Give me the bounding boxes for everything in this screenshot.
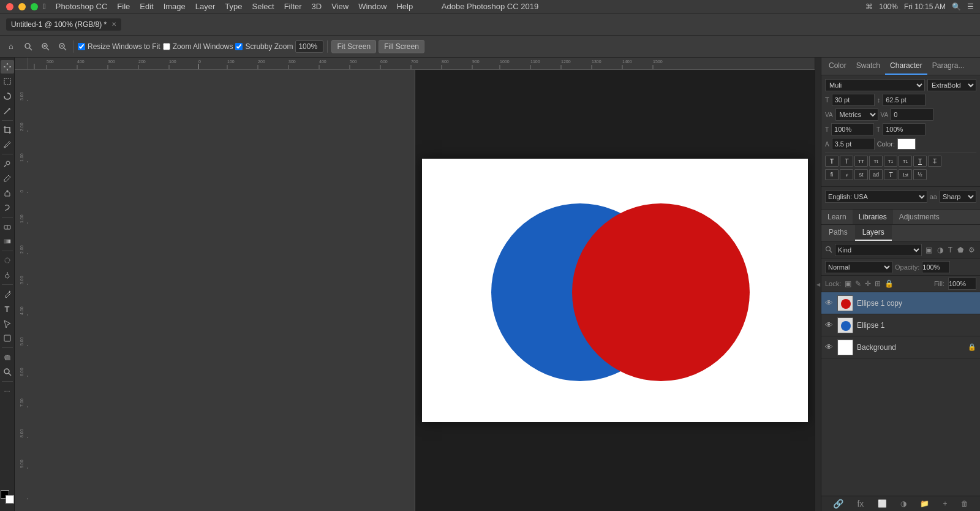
- superscript-btn[interactable]: T1: [884, 156, 897, 167]
- link-layers-btn[interactable]: 🔗: [833, 499, 843, 509]
- zoom-out-btn[interactable]: [55, 39, 70, 54]
- bold-btn[interactable]: T: [825, 156, 839, 167]
- font-weight-select[interactable]: ExtraBold: [927, 79, 976, 91]
- tab-character[interactable]: Character: [885, 58, 927, 75]
- notification-icon[interactable]: ☰: [967, 2, 974, 11]
- kerning-input[interactable]: [891, 108, 933, 121]
- zoom-value-input[interactable]: [295, 40, 323, 53]
- tool-history-brush[interactable]: [1, 201, 14, 214]
- group-layers-btn[interactable]: 📁: [920, 499, 929, 508]
- scale-v-input[interactable]: [883, 123, 925, 135]
- menu-edit[interactable]: Edit: [140, 2, 153, 11]
- tool-spot-heal[interactable]: [1, 157, 14, 170]
- tab-paragraph[interactable]: Paragra...: [927, 58, 970, 75]
- fit-screen-btn[interactable]: Fit Screen: [331, 40, 376, 53]
- tool-hand[interactable]: [1, 350, 14, 364]
- menu-filter[interactable]: Filter: [284, 2, 302, 11]
- tool-gradient[interactable]: [1, 235, 14, 248]
- tool-brush[interactable]: [1, 172, 14, 185]
- tool-clone-stamp[interactable]: [1, 186, 14, 200]
- language-select[interactable]: English: USA: [825, 191, 927, 203]
- menu-photoshop[interactable]: Photoshop CC: [56, 2, 108, 11]
- tab-color[interactable]: Color: [824, 58, 851, 75]
- tool-more[interactable]: ···: [1, 384, 14, 398]
- discretionary-ligature-btn[interactable]: ad: [869, 169, 883, 180]
- color-swatches[interactable]: [1, 490, 14, 504]
- baseline-input[interactable]: [832, 138, 875, 150]
- tool-eraser[interactable]: [1, 220, 14, 233]
- italic-btn[interactable]: T: [840, 156, 853, 167]
- all-caps-btn[interactable]: TT: [854, 156, 868, 167]
- tool-path-select[interactable]: [1, 317, 14, 330]
- menu-file[interactable]: File: [117, 2, 130, 11]
- opacity-input[interactable]: [922, 261, 950, 273]
- tool-type[interactable]: T: [1, 302, 14, 316]
- scrubby-zoom-input[interactable]: [235, 43, 243, 50]
- lock-all-icon[interactable]: 🔒: [884, 279, 894, 288]
- filter-smart-icon[interactable]: ⚙: [967, 246, 976, 254]
- tool-zoom[interactable]: [1, 365, 14, 379]
- tool-shape[interactable]: [1, 331, 14, 345]
- new-layer-btn[interactable]: +: [943, 499, 948, 508]
- layer-item-ellipse[interactable]: 👁 Ellipse 1: [821, 314, 980, 336]
- leading-input[interactable]: [883, 94, 925, 106]
- traffic-green[interactable]: [31, 3, 38, 10]
- font-size-input[interactable]: [832, 94, 875, 106]
- layer-kind-select[interactable]: Kind: [835, 244, 922, 256]
- lock-artboard-icon[interactable]: ⊞: [875, 279, 881, 288]
- layer-item-ellipse-copy[interactable]: 👁 Ellipse 1 copy: [821, 292, 980, 314]
- anti-alias-select[interactable]: Sharp: [940, 191, 976, 203]
- tool-pen[interactable]: [1, 287, 14, 301]
- tool-lasso[interactable]: [1, 89, 14, 103]
- contextual-alt-btn[interactable]: st: [854, 169, 868, 180]
- tab-libraries[interactable]: Libraries: [853, 210, 893, 224]
- scale-h-input[interactable]: [831, 123, 874, 135]
- menu-help[interactable]: Help: [396, 2, 413, 11]
- background-color[interactable]: [6, 495, 14, 504]
- tab-swatch[interactable]: Swatch: [851, 58, 885, 75]
- strikethrough-btn[interactable]: T: [928, 156, 941, 167]
- menu-window[interactable]: Window: [358, 2, 386, 11]
- tab-close[interactable]: ✕: [111, 21, 116, 28]
- canvas-container[interactable]: [415, 70, 815, 511]
- layer-eye-background[interactable]: 👁: [825, 343, 834, 352]
- subscript-btn[interactable]: T1: [899, 156, 912, 167]
- tab-paths[interactable]: Paths: [821, 225, 855, 241]
- menu-select[interactable]: Select: [252, 2, 274, 11]
- layer-eye-ellipse[interactable]: 👁: [825, 320, 834, 330]
- tab-layers[interactable]: Layers: [855, 225, 892, 241]
- delete-layer-btn[interactable]: 🗑: [961, 499, 968, 508]
- tool-magic-wand[interactable]: [1, 104, 14, 118]
- filter-pixel-icon[interactable]: ▣: [924, 246, 933, 254]
- home-btn[interactable]: ⌂: [4, 39, 18, 54]
- lock-position-icon[interactable]: ✎: [855, 279, 861, 288]
- menu-view[interactable]: View: [331, 2, 349, 11]
- lock-pixels-icon[interactable]: ▣: [845, 279, 851, 288]
- tab-learn[interactable]: Learn: [821, 210, 853, 224]
- traffic-red[interactable]: [6, 3, 13, 10]
- adjustment-layer-btn[interactable]: ◑: [900, 499, 907, 508]
- canvas-document[interactable]: [422, 159, 808, 422]
- document-tab[interactable]: Untitled-1 @ 100% (RGB/8) * ✕: [6, 18, 121, 31]
- zoom-tool-btn[interactable]: [21, 39, 36, 54]
- layer-mask-btn[interactable]: ⬜: [878, 499, 887, 508]
- tool-select-rect[interactable]: [1, 75, 14, 88]
- ellipse-1-copy[interactable]: [572, 203, 750, 381]
- resize-windows-input[interactable]: [78, 43, 85, 50]
- tab-adjustments[interactable]: Adjustments: [893, 210, 946, 224]
- tool-eyedropper[interactable]: [1, 138, 14, 151]
- kerning-select[interactable]: Metrics: [835, 108, 878, 121]
- menu-3d[interactable]: 3D: [312, 2, 322, 11]
- small-caps-btn[interactable]: Tt: [869, 156, 883, 167]
- scrubby-zoom-check[interactable]: Scrubby Zoom: [235, 42, 293, 51]
- filter-adjust-icon[interactable]: ◑: [936, 246, 944, 254]
- resize-windows-check[interactable]: Resize Windows to Fit: [78, 42, 160, 51]
- zoom-in-btn[interactable]: [38, 39, 53, 54]
- swash-btn[interactable]: T: [884, 169, 897, 180]
- filter-type-icon[interactable]: T: [947, 246, 954, 254]
- traffic-yellow[interactable]: [18, 3, 26, 10]
- standard-ligature-btn[interactable]: ᵳ: [840, 169, 853, 180]
- fill-input[interactable]: [948, 278, 976, 290]
- font-family-select[interactable]: Muli: [825, 79, 925, 91]
- blend-mode-select[interactable]: Normal: [825, 261, 892, 273]
